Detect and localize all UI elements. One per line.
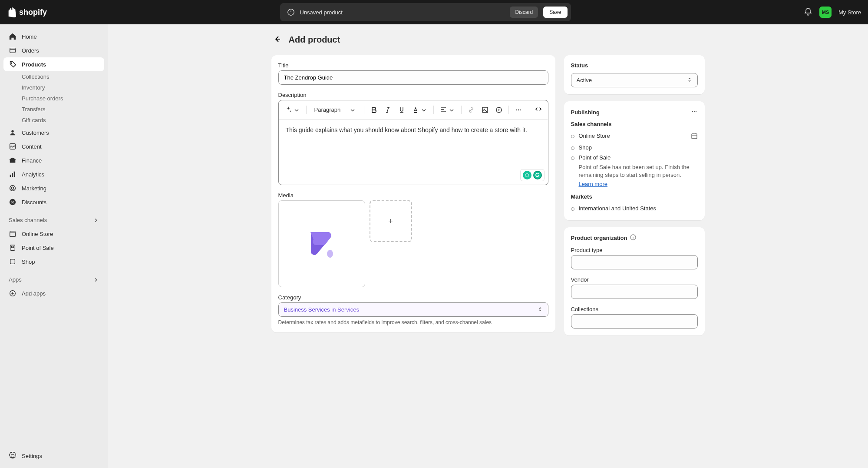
nav-shop[interactable]: Shop	[3, 255, 104, 269]
more-button[interactable]	[512, 104, 525, 116]
image-icon	[482, 106, 488, 113]
product-type-input[interactable]	[571, 255, 698, 269]
paragraph-select[interactable]: Paragraph	[310, 104, 361, 116]
description-label: Description	[278, 92, 548, 98]
nav-section-apps[interactable]: Apps	[3, 273, 104, 286]
vendor-label: Vendor	[571, 276, 698, 283]
discard-button[interactable]: Discard	[510, 7, 538, 18]
status-label: Status	[571, 62, 698, 69]
grammarly-icon: G	[533, 171, 542, 179]
svg-rect-5	[10, 175, 11, 177]
ai-button[interactable]	[282, 104, 303, 116]
nav-content[interactable]: Content	[3, 139, 104, 153]
svg-point-22	[516, 109, 517, 110]
chevron-down-icon	[420, 106, 427, 113]
nav-pos[interactable]: Point of Sale	[3, 241, 104, 255]
nav-finance[interactable]: Finance	[3, 153, 104, 167]
align-button[interactable]	[437, 104, 458, 116]
shopify-logo[interactable]: shopify	[7, 7, 47, 17]
nav-transfers[interactable]: Transfers	[3, 104, 104, 115]
image-button[interactable]	[479, 104, 491, 116]
svg-rect-16	[10, 259, 15, 264]
shop-icon	[9, 258, 17, 266]
code-view-button[interactable]	[532, 103, 545, 116]
nav-gift-cards[interactable]: Gift cards	[3, 115, 104, 126]
info-icon[interactable]	[630, 234, 636, 242]
nav-orders[interactable]: Orders	[3, 43, 104, 57]
description-textarea[interactable]: This guide explains what you should know…	[279, 119, 548, 185]
page-title: Add product	[289, 35, 340, 45]
more-icon	[515, 106, 522, 113]
link-button[interactable]	[465, 104, 477, 116]
market-intl: International and United States	[571, 203, 698, 213]
category-help-text: Determines tax rates and adds metafields…	[278, 319, 548, 325]
collections-label: Collections	[571, 306, 698, 312]
title-input[interactable]	[278, 70, 548, 85]
user-icon	[9, 129, 17, 136]
align-icon	[440, 106, 447, 113]
nav-collections[interactable]: Collections	[3, 71, 104, 82]
publishing-card: Publishing Sales channels Online Store S…	[564, 101, 705, 220]
status-circle-icon	[571, 146, 574, 150]
alert-icon	[287, 8, 295, 16]
media-add-button[interactable]: +	[370, 200, 412, 242]
underline-icon	[398, 106, 405, 113]
notifications-icon[interactable]	[804, 7, 812, 17]
nav-customers[interactable]: Customers	[3, 126, 104, 139]
schedule-button[interactable]	[691, 133, 698, 141]
back-button[interactable]	[271, 33, 284, 46]
gear-icon	[9, 452, 17, 460]
svg-point-23	[518, 109, 519, 110]
category-select[interactable]: Business Services in Services	[278, 302, 548, 317]
nav-inventory[interactable]: Inventory	[3, 82, 104, 93]
select-arrows-icon	[538, 306, 543, 313]
nav-online-store[interactable]: Online Store	[3, 227, 104, 241]
video-button[interactable]	[493, 104, 505, 116]
grammarly-widget[interactable]: ⬡ G	[520, 169, 545, 181]
svg-point-28	[695, 111, 696, 112]
sparkle-icon	[285, 106, 292, 113]
svg-point-26	[692, 111, 693, 112]
nav-discounts[interactable]: Discounts	[3, 195, 104, 209]
nav-section-sales-channels[interactable]: Sales channels	[3, 213, 104, 227]
unsaved-bar: Unsaved product Discard Save	[280, 3, 571, 21]
nav-products[interactable]: Products	[3, 57, 104, 71]
finance-icon	[9, 156, 17, 164]
plus-circle-icon	[9, 289, 17, 297]
product-type-label: Product type	[571, 247, 698, 253]
collections-input[interactable]	[571, 314, 698, 329]
nav-settings[interactable]: Settings	[3, 449, 104, 463]
nav-add-apps[interactable]: Add apps	[3, 286, 104, 300]
bold-button[interactable]	[368, 104, 380, 116]
italic-button[interactable]	[382, 104, 394, 116]
status-circle-icon	[571, 207, 574, 211]
media-thumbnail[interactable]	[278, 200, 365, 287]
vendor-input[interactable]	[571, 285, 698, 299]
status-select[interactable]: Active	[571, 73, 698, 87]
select-arrows-icon	[687, 77, 692, 83]
code-icon	[535, 105, 542, 113]
main-content: Add product Title Description	[108, 24, 868, 468]
color-button[interactable]	[409, 104, 430, 116]
bold-icon	[370, 106, 377, 113]
topbar: shopify Unsaved product Discard Save MS …	[0, 0, 868, 24]
publishing-title: Publishing	[571, 109, 600, 116]
save-button[interactable]: Save	[543, 7, 567, 18]
svg-point-2	[11, 63, 12, 63]
nav-marketing[interactable]: Marketing	[3, 181, 104, 195]
nav-purchase-orders[interactable]: Purchase orders	[3, 93, 104, 104]
target-icon	[9, 184, 17, 192]
publishing-more-button[interactable]	[691, 108, 698, 116]
svg-rect-13	[10, 232, 16, 236]
sidebar: Home Orders Products Collections Invento…	[0, 24, 108, 468]
svg-rect-7	[14, 172, 15, 177]
svg-rect-29	[692, 134, 697, 139]
learn-more-link[interactable]: Learn more	[579, 181, 607, 187]
underline-button[interactable]	[396, 104, 408, 116]
chevron-right-icon	[93, 277, 99, 283]
store-name[interactable]: My Store	[838, 9, 861, 16]
grammarly-shield-icon: ⬡	[523, 171, 531, 179]
nav-home[interactable]: Home	[3, 30, 104, 43]
store-avatar[interactable]: MS	[819, 7, 832, 18]
nav-analytics[interactable]: Analytics	[3, 167, 104, 181]
